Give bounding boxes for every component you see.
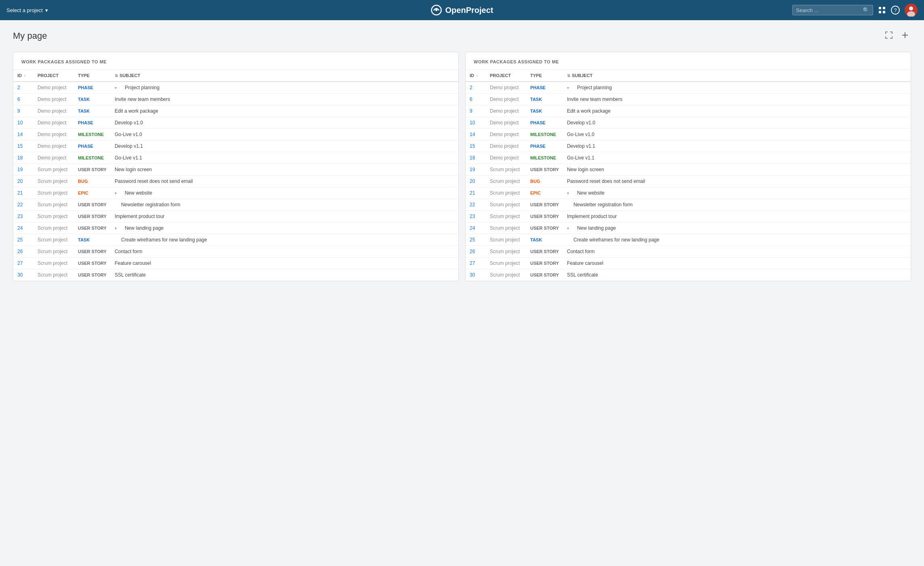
project-name: Scrum project xyxy=(490,178,520,184)
type-badge: PHASE xyxy=(78,85,93,90)
type-cell: TASK xyxy=(526,105,563,117)
th-subject[interactable]: ⇅SUBJECT xyxy=(563,70,911,82)
table-row: 24 Scrum project USER STORY ▾New landing… xyxy=(13,222,458,234)
id-link[interactable]: 27 xyxy=(470,260,475,266)
project-name: Demo project xyxy=(38,120,66,126)
id-link[interactable]: 15 xyxy=(17,143,23,149)
table-row: 25 Scrum project TASK Create wireframes … xyxy=(13,234,458,246)
table-row: 10 Demo project PHASE Develop v1.0 xyxy=(13,117,458,129)
id-link[interactable]: 19 xyxy=(470,167,475,172)
th-project[interactable]: PROJECT xyxy=(486,70,526,82)
id-link[interactable]: 2 xyxy=(470,85,472,90)
id-link[interactable]: 24 xyxy=(470,225,475,231)
subject-text: Contact form xyxy=(115,249,143,254)
work-package-id: 23 xyxy=(13,211,34,222)
chevron-icon[interactable]: ▾ xyxy=(115,86,117,90)
project-cell: Demo project xyxy=(486,82,526,94)
chevron-icon[interactable]: ▾ xyxy=(567,191,569,195)
type-badge: USER STORY xyxy=(530,167,559,172)
id-link[interactable]: 2 xyxy=(17,85,20,90)
table-row: 25 Scrum project TASK Create wireframes … xyxy=(466,234,911,246)
project-cell: Demo project xyxy=(486,152,526,164)
project-name: Demo project xyxy=(38,96,66,102)
chevron-icon[interactable]: ▾ xyxy=(567,226,569,231)
id-link[interactable]: 26 xyxy=(17,249,23,254)
grid-icon[interactable] xyxy=(878,6,886,14)
id-link[interactable]: 27 xyxy=(17,260,23,266)
id-link[interactable]: 9 xyxy=(17,108,20,114)
type-cell: USER STORY xyxy=(74,246,111,258)
id-link[interactable]: 21 xyxy=(17,190,23,196)
type-cell: BUG xyxy=(74,176,111,187)
work-package-id: 26 xyxy=(466,246,486,258)
id-link[interactable]: 22 xyxy=(470,202,475,208)
subject-text: SSL certificate xyxy=(567,272,598,278)
id-link[interactable]: 14 xyxy=(470,132,475,137)
search-input[interactable] xyxy=(796,7,860,13)
select-project-dropdown[interactable]: Select a project ▾ xyxy=(6,7,48,13)
id-link[interactable]: 25 xyxy=(470,237,475,243)
type-badge: USER STORY xyxy=(78,273,107,277)
id-link[interactable]: 6 xyxy=(17,96,20,102)
work-package-id: 22 xyxy=(466,199,486,211)
id-link[interactable]: 6 xyxy=(470,96,472,102)
avatar[interactable] xyxy=(905,4,918,17)
subject-cell: Develop v1.0 xyxy=(111,117,458,129)
id-link[interactable]: 23 xyxy=(470,214,475,219)
project-cell: Scrum project xyxy=(486,269,526,281)
type-cell: TASK xyxy=(526,94,563,105)
project-cell: Demo project xyxy=(34,94,74,105)
id-link[interactable]: 14 xyxy=(17,132,23,137)
chevron-icon[interactable]: ▾ xyxy=(115,226,117,231)
table-row: 27 Scrum project USER STORY Feature caro… xyxy=(466,258,911,269)
type-badge: PHASE xyxy=(78,120,93,125)
help-icon[interactable]: ? xyxy=(891,6,900,15)
th-subject[interactable]: ⇅SUBJECT xyxy=(111,70,458,82)
project-cell: Demo project xyxy=(34,140,74,152)
id-link[interactable]: 20 xyxy=(17,178,23,184)
project-name: Scrum project xyxy=(490,202,520,208)
th-id[interactable]: ID ↑ xyxy=(13,70,34,82)
chevron-icon[interactable]: ▾ xyxy=(115,191,117,195)
id-link[interactable]: 26 xyxy=(470,249,475,254)
subject-text: Invite new team members xyxy=(115,96,170,102)
type-cell: PHASE xyxy=(526,117,563,129)
table-row: 20 Scrum project BUG Password reset does… xyxy=(13,176,458,187)
id-link[interactable]: 19 xyxy=(17,167,23,172)
id-link[interactable]: 25 xyxy=(17,237,23,243)
add-widget-button[interactable] xyxy=(899,30,911,42)
id-link[interactable]: 18 xyxy=(470,155,475,161)
subject-text: Password reset does not send email xyxy=(115,178,193,184)
table-row: 27 Scrum project USER STORY Feature caro… xyxy=(13,258,458,269)
fullscreen-button[interactable] xyxy=(883,30,895,42)
th-project[interactable]: PROJECT xyxy=(34,70,74,82)
id-link[interactable]: 24 xyxy=(17,225,23,231)
work-package-id: 27 xyxy=(466,258,486,269)
project-cell: Scrum project xyxy=(486,211,526,222)
id-link[interactable]: 18 xyxy=(17,155,23,161)
chevron-icon[interactable]: ▾ xyxy=(567,86,569,90)
subject-cell: Newsletter registration form xyxy=(111,199,458,211)
subject-text: Develop v1.1 xyxy=(115,143,143,149)
id-link[interactable]: 10 xyxy=(17,120,23,126)
type-badge: TASK xyxy=(78,97,90,102)
id-link[interactable]: 9 xyxy=(470,108,472,114)
th-id[interactable]: ID ↑ xyxy=(466,70,486,82)
id-link[interactable]: 30 xyxy=(470,272,475,278)
table-row: 9 Demo project TASK Edit a work package xyxy=(466,105,911,117)
subject-text: New login screen xyxy=(567,167,604,172)
id-link[interactable]: 21 xyxy=(470,190,475,196)
project-cell: Scrum project xyxy=(486,258,526,269)
id-link[interactable]: 22 xyxy=(17,202,23,208)
th-type[interactable]: TYPE xyxy=(74,70,111,82)
project-cell: Demo project xyxy=(486,129,526,140)
project-name: Demo project xyxy=(490,85,519,90)
id-link[interactable]: 30 xyxy=(17,272,23,278)
th-type[interactable]: TYPE xyxy=(526,70,563,82)
id-link[interactable]: 20 xyxy=(470,178,475,184)
type-cell: TASK xyxy=(74,94,111,105)
search-box[interactable]: 🔍 xyxy=(792,5,873,15)
id-link[interactable]: 10 xyxy=(470,120,475,126)
id-link[interactable]: 23 xyxy=(17,214,23,219)
id-link[interactable]: 15 xyxy=(470,143,475,149)
